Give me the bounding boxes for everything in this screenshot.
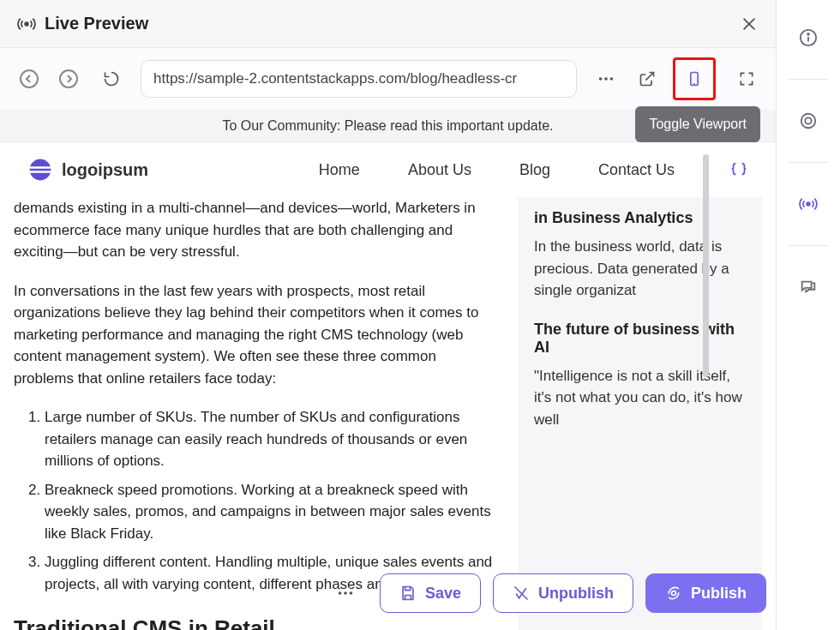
svg-point-13 xyxy=(807,202,810,206)
unpublish-icon xyxy=(513,585,530,602)
tooltip: Toggle Viewport xyxy=(635,106,760,142)
url-bar xyxy=(0,48,776,110)
logo-text: logoipsum xyxy=(62,160,148,180)
related-title[interactable]: The future of business with AI xyxy=(534,321,747,357)
publish-label: Publish xyxy=(691,585,747,603)
scrollbar-thumb[interactable] xyxy=(703,154,709,377)
logo-icon xyxy=(27,157,53,183)
list-item: Breakneck speed promotions. Working at a… xyxy=(45,479,498,545)
action-bar: Save Unpublish Publish xyxy=(330,573,766,613)
related-sidebar: in Business Analytics In the business wo… xyxy=(519,197,762,630)
live-preview-icon[interactable] xyxy=(791,187,825,221)
open-external-icon[interactable] xyxy=(632,63,663,94)
svg-point-2 xyxy=(60,70,77,87)
title-bar: Live Preview xyxy=(0,0,776,48)
divider xyxy=(789,245,828,246)
back-button[interactable] xyxy=(14,63,45,94)
save-label: Save xyxy=(425,585,461,603)
main-nav: Home About Us Blog Contact Us xyxy=(319,160,748,179)
banner-text: To Our Community: Please read this impor… xyxy=(223,118,554,134)
related-title[interactable]: in Business Analytics xyxy=(534,209,747,227)
svg-point-0 xyxy=(25,22,28,26)
publish-icon xyxy=(665,585,682,602)
svg-point-11 xyxy=(801,114,816,129)
svg-point-1 xyxy=(21,70,38,87)
json-preview-icon[interactable] xyxy=(729,160,748,179)
save-button[interactable]: Save xyxy=(380,573,481,613)
fullscreen-icon[interactable] xyxy=(731,63,762,94)
forward-button[interactable] xyxy=(53,63,84,94)
unpublish-button[interactable]: Unpublish xyxy=(493,573,633,613)
publish-button[interactable]: Publish xyxy=(645,573,766,613)
close-icon[interactable] xyxy=(740,15,759,33)
toggle-viewport-button[interactable] xyxy=(679,63,710,94)
divider xyxy=(789,162,828,163)
unpublish-label: Unpublish xyxy=(538,585,614,603)
svg-point-16 xyxy=(350,591,353,595)
scrollbar[interactable] xyxy=(703,154,709,557)
save-icon xyxy=(399,585,417,602)
related-body: "Intelligence is not a skill itself, it'… xyxy=(534,365,747,431)
target-icon[interactable] xyxy=(791,104,825,138)
chat-icon[interactable] xyxy=(791,270,825,304)
svg-point-17 xyxy=(671,591,675,596)
viewport-toggle-highlight xyxy=(673,57,716,100)
svg-point-4 xyxy=(604,77,608,81)
nav-home[interactable]: Home xyxy=(319,161,360,179)
svg-point-10 xyxy=(807,33,809,35)
svg-point-12 xyxy=(805,117,811,123)
heading: Traditional CMS in Retail xyxy=(14,615,498,630)
paragraph: demands existing in a multi-channel—and … xyxy=(14,197,498,263)
paragraph: In conversations in the last few years w… xyxy=(14,280,498,390)
logo[interactable]: logoipsum xyxy=(27,157,148,183)
svg-point-3 xyxy=(599,77,603,81)
ordered-list: Large number of SKUs. The number of SKUs… xyxy=(14,406,498,595)
reload-button[interactable] xyxy=(96,63,127,94)
related-body: In the business world, data is precious.… xyxy=(534,236,747,302)
nav-contact[interactable]: Contact Us xyxy=(598,161,675,179)
tooltip-text: Toggle Viewport xyxy=(649,117,747,131)
svg-point-14 xyxy=(339,591,342,595)
url-input[interactable] xyxy=(141,60,577,98)
svg-point-5 xyxy=(610,77,614,81)
more-icon[interactable] xyxy=(591,63,621,94)
nav-about[interactable]: About Us xyxy=(408,161,471,179)
info-icon[interactable] xyxy=(791,21,825,55)
site-header: logoipsum Home About Us Blog Contact Us xyxy=(0,142,776,197)
article-body: demands existing in a multi-channel—and … xyxy=(14,197,519,630)
list-item: Large number of SKUs. The number of SKUs… xyxy=(45,406,498,472)
right-tool-rail xyxy=(776,0,840,630)
page-title: Live Preview xyxy=(45,14,148,33)
divider xyxy=(789,79,828,80)
svg-point-15 xyxy=(344,591,347,595)
nav-blog[interactable]: Blog xyxy=(519,161,550,179)
more-actions-icon[interactable] xyxy=(330,578,361,609)
live-icon xyxy=(17,15,36,33)
